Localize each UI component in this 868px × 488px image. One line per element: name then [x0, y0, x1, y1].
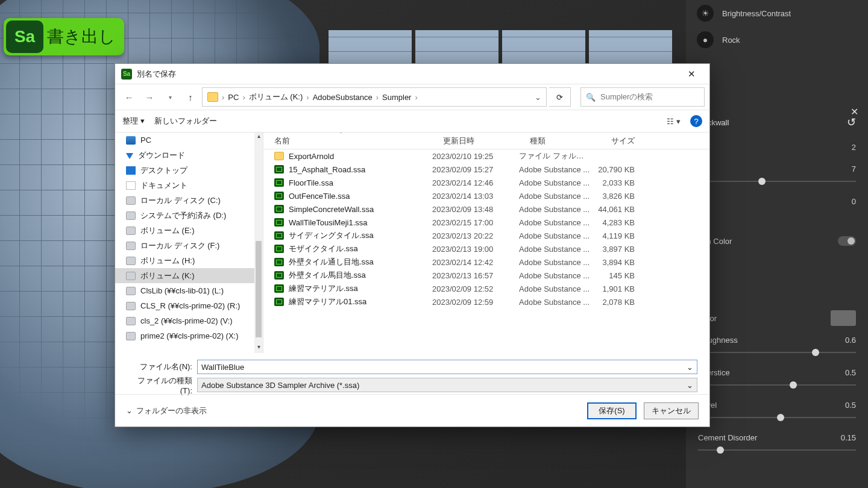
- drive-icon: [126, 272, 136, 280]
- tree-item[interactable]: ボリューム (K:): [115, 268, 263, 283]
- tree-item[interactable]: prime2 (¥¥cls-prime-02) (X:): [115, 328, 263, 343]
- tree-item[interactable]: ドキュメント: [115, 178, 263, 193]
- file-type: Adobe Substance ...: [519, 271, 591, 280]
- nav-back[interactable]: ←: [120, 88, 138, 106]
- nav-up[interactable]: ↑: [181, 88, 200, 106]
- file-row[interactable]: ExportArnold2023/02/10 19:25ファイル フォルダー: [263, 149, 709, 163]
- file-date: 2023/02/09 12:52: [432, 284, 519, 293]
- file-size: 2,078 KB: [591, 298, 642, 307]
- tree-item[interactable]: ローカル ディスク (C:): [115, 193, 263, 208]
- breadcrumb[interactable]: ボリューム (K:): [249, 92, 303, 102]
- tree-item-label: デスクトップ: [140, 165, 187, 176]
- file-icon: [274, 231, 284, 240]
- file-row[interactable]: 外壁タイル通し目地.ssa2023/02/14 12:42Adobe Subst…: [263, 255, 709, 269]
- breadcrumb[interactable]: Sumpler: [382, 93, 411, 102]
- chevron-down-icon[interactable]: ⌄: [687, 381, 693, 390]
- save-button[interactable]: 保存(S): [587, 402, 637, 419]
- breadcrumb[interactable]: PC: [228, 93, 239, 102]
- roughness-slider[interactable]: [698, 347, 856, 358]
- slider[interactable]: [698, 176, 856, 187]
- layer-rock[interactable]: ● Rock: [686, 27, 868, 53]
- tree-item[interactable]: デスクトップ: [115, 163, 263, 178]
- close-button[interactable]: ✕: [679, 69, 703, 80]
- file-row[interactable]: 外壁タイル馬目地.ssa2023/02/13 16:57Adobe Substa…: [263, 269, 709, 282]
- folder-tree[interactable]: ▴▾ PCダウンロードデスクトップドキュメントローカル ディスク (C:)システ…: [115, 133, 263, 353]
- nav-recent-dropdown[interactable]: ▾: [161, 88, 179, 106]
- cancel-button[interactable]: キャンセル: [644, 402, 699, 419]
- organize-button[interactable]: 整理 ▾: [122, 116, 145, 127]
- file-name: FloorTile.ssa: [289, 178, 333, 187]
- tree-item[interactable]: ボリューム (E:): [115, 223, 263, 238]
- nav-forward[interactable]: →: [140, 88, 159, 106]
- thumbnail[interactable]: [415, 30, 498, 66]
- tree-item-label: ボリューム (E:): [140, 225, 195, 236]
- file-row[interactable]: 練習マテリアル.ssa2023/02/09 12:52Adobe Substan…: [263, 282, 709, 295]
- tree-item[interactable]: ボリューム (H:): [115, 253, 263, 268]
- custom-color-toggle[interactable]: [838, 236, 856, 246]
- file-list[interactable]: ˄ 名前 更新日時 種類 サイズ ExportArnold2023/02/10 …: [263, 133, 709, 353]
- breadcrumb[interactable]: AdobeSubstance: [313, 93, 373, 102]
- file-row[interactable]: SimpleConcreteWall.ssa2023/02/09 13:48Ad…: [263, 202, 709, 216]
- chevron-down-icon[interactable]: ⌄: [535, 93, 541, 102]
- file-row[interactable]: 練習マテリアル01.ssa2023/02/09 12:59Adobe Subst…: [263, 295, 709, 308]
- thumbnail[interactable]: [589, 30, 672, 66]
- hide-folders-toggle[interactable]: ⌄フォルダーの非表示: [126, 405, 207, 416]
- file-icon: [274, 165, 284, 174]
- file-size: 44,061 KB: [591, 205, 642, 214]
- chevron-down-icon[interactable]: ⌄: [687, 363, 693, 372]
- filename-label: ファイル名(N):: [127, 361, 192, 372]
- tree-item[interactable]: ClsLib (¥¥cls-lib-01) (L:): [115, 283, 263, 298]
- close-icon[interactable]: ✕: [851, 106, 858, 117]
- prop-value: 2: [852, 143, 856, 152]
- filetype-select[interactable]: Adobe Substance 3D Sampler Archive (*.ss…: [197, 378, 697, 392]
- file-icon: [274, 218, 284, 227]
- file-name: サイディングタイル.ssa: [289, 230, 374, 241]
- col-date[interactable]: 更新日時: [432, 136, 519, 146]
- tree-item[interactable]: ダウンロード: [115, 148, 263, 163]
- file-row[interactable]: サイディングタイル.ssa2023/02/13 20:22Adobe Subst…: [263, 229, 709, 242]
- tree-item[interactable]: cls_2 (¥¥cls-prime-02) (V:): [115, 313, 263, 328]
- save-as-dialog: Sa 別名で保存 ✕ ← → ▾ ↑ › PC› ボリューム (K:)› Ado…: [115, 63, 710, 427]
- file-type: Adobe Substance ...: [519, 218, 591, 227]
- file-row[interactable]: OutFenceTile.ssa2023/02/14 13:03Adobe Su…: [263, 189, 709, 202]
- view-options[interactable]: ☷ ▾: [667, 117, 681, 126]
- thumbnail[interactable]: [329, 30, 412, 66]
- file-icon: [274, 271, 284, 280]
- layer-brightness-contrast[interactable]: ☀ Brightness/Contrast: [686, 0, 868, 27]
- tree-item[interactable]: CLS_R (¥¥cls-prime-02) (R:): [115, 298, 263, 313]
- drive-icon: [126, 257, 136, 265]
- file-name: ExportArnold: [289, 152, 334, 161]
- address-bar[interactable]: › PC› ボリューム (K:)› AdobeSubstance› Sumple…: [202, 87, 547, 107]
- file-row[interactable]: モザイクタイル.ssa2023/02/13 19:00Adobe Substan…: [263, 242, 709, 255]
- file-name: 外壁タイル通し目地.ssa: [289, 257, 374, 267]
- undo-icon[interactable]: ↺: [847, 116, 856, 129]
- file-row[interactable]: 15_Asphalt_Road.ssa2023/02/09 15:27Adobe…: [263, 163, 709, 176]
- tree-item[interactable]: PC: [115, 133, 263, 148]
- drive-icon: [126, 181, 136, 190]
- col-type[interactable]: 種類: [519, 136, 591, 146]
- tree-item[interactable]: システムで予約済み (D:): [115, 208, 263, 223]
- tree-scrollbar[interactable]: ▴▾: [254, 133, 263, 353]
- new-folder-button[interactable]: 新しいフォルダー: [154, 116, 217, 127]
- col-name[interactable]: 名前: [263, 136, 432, 146]
- interstice-slider[interactable]: [698, 380, 856, 390]
- help-button[interactable]: ?: [690, 115, 702, 127]
- search-input[interactable]: 🔍 Sumplerの検索: [580, 87, 705, 107]
- layer-label: Rock: [722, 36, 740, 45]
- col-size[interactable]: サイズ: [591, 136, 642, 146]
- file-row[interactable]: FloorTile.ssa2023/02/14 12:46Adobe Subst…: [263, 176, 709, 189]
- refresh-button[interactable]: ⟳: [549, 87, 571, 107]
- file-name: 外壁タイル馬目地.ssa: [289, 270, 366, 281]
- thumbnail[interactable]: [502, 30, 585, 66]
- tree-item[interactable]: ローカル ディスク (F:): [115, 238, 263, 253]
- color-swatch[interactable]: [831, 310, 856, 326]
- drive-icon: [126, 302, 136, 310]
- file-icon: [274, 178, 284, 187]
- filename-input[interactable]: WallTileBlue⌄: [197, 360, 697, 374]
- file-type: ファイル フォルダー: [519, 151, 591, 161]
- file-row[interactable]: WallTileTousiMeji1.ssa2023/02/15 17:00Ad…: [263, 216, 709, 229]
- cement-disorder-slider[interactable]: [698, 445, 856, 455]
- level-slider[interactable]: [698, 412, 856, 423]
- drive-icon: [126, 196, 136, 205]
- file-icon: [274, 245, 284, 253]
